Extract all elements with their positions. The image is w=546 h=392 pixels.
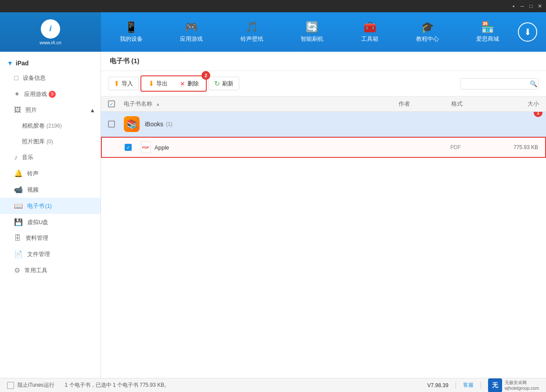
photos-icon: 🖼 <box>14 106 21 114</box>
pdf-icon: PDF <box>140 142 151 153</box>
watermark: 无 无极安卓网 wjhotelgroup.com <box>488 378 539 392</box>
sidebar-item-common-tools[interactable]: ⚙ 常用工具 <box>0 262 101 278</box>
sidebar-item-videos[interactable]: 📹 视频 <box>0 182 101 198</box>
sidebar-item-camera-roll[interactable]: 相机胶卷 (2196) <box>0 118 101 134</box>
logo-url: www.i4.cn <box>40 40 61 45</box>
nav-my-device[interactable]: 📱 我的设备 <box>111 12 151 52</box>
delete-button[interactable]: ✕ 删除 <box>175 78 204 90</box>
filemgmt-icon: 📄 <box>14 250 23 258</box>
col-check-header[interactable]: ✓ <box>108 100 124 107</box>
import-label: 导入 <box>122 80 133 88</box>
download-button[interactable]: ⬇ <box>518 22 537 42</box>
download-icon: ⬇ <box>524 27 532 37</box>
sidebar-device[interactable]: ▼ iPad <box>0 56 101 70</box>
main-layout: ▼ iPad □ 设备信息 ✦ 应用游戏 9 🖼 照片 ▲ 相机胶卷 (2196… <box>0 52 546 378</box>
minimize-btn[interactable]: ▪ <box>509 2 518 11</box>
itunes-label: 阻止iTunes运行 <box>18 381 54 389</box>
content-title: 电子书 (1) <box>101 52 546 71</box>
nav-tutorials[interactable]: 🎓 教程中心 <box>407 12 448 52</box>
logo-area[interactable]: i www.i4.cn <box>0 12 101 52</box>
ringtones-icon: 🎵 <box>245 21 259 33</box>
refresh-button[interactable]: ↻ 刷新 <box>208 77 239 90</box>
col-name-header: 电子书名称 ▲ <box>124 100 399 108</box>
video-icon: 📹 <box>14 185 23 194</box>
watermark-logo: 无 <box>488 378 502 392</box>
refresh-icon: ↻ <box>214 79 220 88</box>
apple-checkbox[interactable]: ✓ <box>125 144 132 151</box>
file-format: PDF <box>450 144 485 150</box>
sidebar-item-photo-library[interactable]: 照片图库 (0) <box>0 134 101 150</box>
nav-smart-flash[interactable]: 🔄 智能刷机 <box>292 12 332 52</box>
datamgmt-icon: 🗄 <box>14 234 21 242</box>
ibooks-checkbox[interactable] <box>108 121 115 128</box>
statusbar: 阻止iTunes运行 1 个电子书，已选中 1 个电子书 775.93 KB。 … <box>0 378 546 392</box>
version-text: V7.98.39 <box>427 382 449 388</box>
ibooks-check[interactable] <box>108 121 124 128</box>
search-box[interactable]: 🔍 <box>460 78 539 89</box>
photo-library-count: (0) <box>47 139 53 145</box>
delete-label: 删除 <box>187 80 199 88</box>
close-btn[interactable]: ✕ <box>535 2 544 11</box>
ibooks-name: iBooks <box>145 121 163 128</box>
ebooks-count: (1) <box>45 203 52 209</box>
maximize-btn[interactable]: ─ <box>518 2 527 11</box>
sidebar-item-ringtones[interactable]: 🔔 铃声 <box>0 165 101 182</box>
import-button[interactable]: ⬆ 导入 <box>108 77 139 90</box>
nav-smart-flash-label: 智能刷机 <box>301 35 323 43</box>
ebook-icon: 📖 <box>14 202 23 210</box>
ibooks-count: (1) <box>166 121 172 127</box>
itunes-checkbox[interactable] <box>7 382 14 389</box>
ibooks-group-row[interactable]: 📚 iBooks (1) 1 <box>101 112 546 137</box>
sidebar-item-videos-label: 视频 <box>27 186 39 194</box>
sidebar-item-music[interactable]: ♪ 音乐 <box>0 150 101 165</box>
sidebar-item-tools-label: 常用工具 <box>25 267 47 274</box>
sidebar-item-filemgmt-label: 文件管理 <box>27 250 50 258</box>
apps-games-icon: ✦ <box>14 90 20 98</box>
nav-store-label: 爱思商城 <box>476 35 499 43</box>
search-input[interactable] <box>464 80 530 87</box>
sidebar-item-photos-label: 照片 <box>25 106 37 114</box>
sidebar-item-device-info-label: 设备信息 <box>23 74 46 82</box>
sidebar-item-device-info[interactable]: □ 设备信息 <box>0 70 101 86</box>
sort-icon: ▲ <box>156 102 160 107</box>
col-author-header: 作者 <box>399 100 451 108</box>
delete-icon: ✕ <box>180 80 185 87</box>
nav-apps-games[interactable]: 🎮 应用游戏 <box>171 12 212 52</box>
restore-btn[interactable]: □ <box>527 2 535 11</box>
header: i www.i4.cn 📱 我的设备 🎮 应用游戏 🎵 铃声壁纸 🔄 智能刷机 … <box>0 12 546 52</box>
sidebar-item-file-mgmt[interactable]: 📄 文件管理 <box>0 246 101 262</box>
watermark-logo-area: 无 <box>488 378 502 392</box>
file-name: Apple <box>154 144 398 151</box>
sidebar-item-ebooks[interactable]: 📖 电子书 (1) <box>0 198 101 214</box>
tutorials-icon: 🎓 <box>421 21 434 33</box>
sidebar-item-photos[interactable]: 🖼 照片 ▲ <box>0 102 101 118</box>
callout-1: 1 <box>534 112 542 117</box>
content-area: 电子书 (1) ⬆ 导入 ⬇ 导出 ✕ 删除 2 ↻ <box>101 52 546 378</box>
sidebar-item-photo-lib-label: 照片图库 <box>22 138 45 146</box>
nav-ringtones-label: 铃声壁纸 <box>241 35 263 43</box>
header-checkbox[interactable]: ✓ <box>108 100 115 107</box>
sidebar-item-ebooks-label: 电子书 <box>27 202 44 210</box>
sidebar-item-apps-games[interactable]: ✦ 应用游戏 9 <box>0 86 101 102</box>
col-format-header: 格式 <box>451 100 486 108</box>
watermark-url: wjhotelgroup.com <box>505 385 539 391</box>
service-button[interactable]: 客服 <box>463 381 474 389</box>
export-button[interactable]: ⬇ 导出 <box>143 77 173 90</box>
device-name: iPad <box>16 60 29 67</box>
nav-store[interactable]: 🏪 爱思商城 <box>467 12 508 52</box>
sidebar: ▼ iPad □ 设备信息 ✦ 应用游戏 9 🖼 照片 ▲ 相机胶卷 (2196… <box>0 52 101 378</box>
udisk-icon: 💾 <box>14 218 23 226</box>
sidebar-item-virtual-udisk[interactable]: 💾 虚拟U盘 <box>0 214 101 230</box>
titlebar: ▪ ─ □ ✕ <box>0 0 546 12</box>
nav-ringtones[interactable]: 🎵 铃声壁纸 <box>232 12 272 52</box>
apps-icon: 🎮 <box>185 21 198 33</box>
toolbox-icon: 🧰 <box>363 21 377 33</box>
device-icon: 📱 <box>125 21 138 33</box>
apps-badge: 9 <box>49 91 56 98</box>
sidebar-item-data-mgmt[interactable]: 🗄 资料管理 <box>0 230 101 246</box>
col-size-header: 大小 <box>486 100 539 108</box>
apple-check-col[interactable]: ✓ <box>125 144 140 151</box>
nav-toolbox[interactable]: 🧰 工具箱 <box>352 12 387 52</box>
file-row-apple[interactable]: ✓ PDF Apple PDF 775.93 KB <box>101 137 546 158</box>
separator2 <box>481 382 481 389</box>
